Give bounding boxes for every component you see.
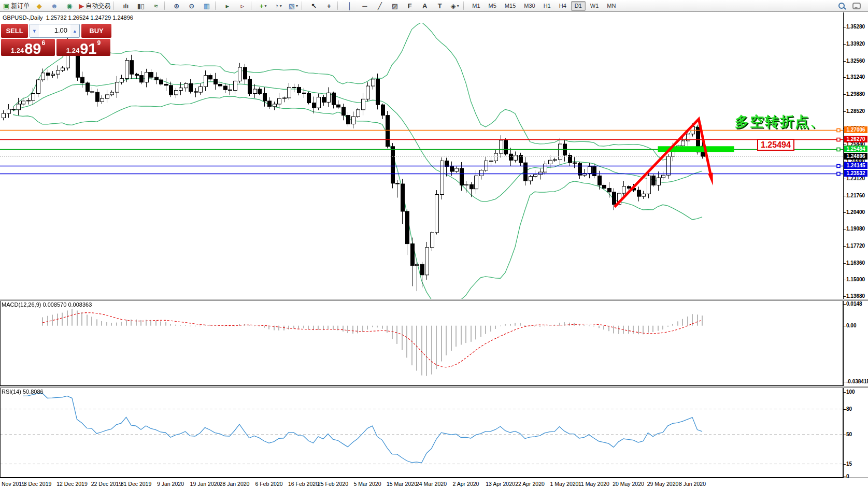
date-label: 31 Dec 2019 bbox=[121, 481, 152, 487]
panel-splitter[interactable] bbox=[0, 386, 868, 388]
channel-button[interactable]: ▨ bbox=[388, 1, 402, 11]
zoom-out-button[interactable]: ⊖ bbox=[184, 1, 198, 11]
indicators-dropdown-button[interactable]: +▾ bbox=[256, 1, 270, 11]
one-click-trading-panel: SELL ▼ 1.00 ▲ BUY 1.24 89 6 1.24 91 9 bbox=[1, 24, 111, 56]
trendline-button[interactable]: ╱ bbox=[373, 1, 387, 11]
search-button[interactable] bbox=[834, 1, 848, 11]
label-button[interactable]: T bbox=[433, 1, 447, 11]
sell-button[interactable]: SELL bbox=[1, 24, 28, 38]
candlestick-chart-icon: ▮▯ bbox=[137, 3, 145, 9]
date-label: 3 Dec 2019 bbox=[24, 481, 52, 487]
zoom-out-icon: ⊖ bbox=[189, 3, 194, 9]
toolbar-button-label: 自动交易 bbox=[86, 2, 110, 10]
cursor-icon: ↖ bbox=[311, 3, 317, 9]
text-button[interactable]: A bbox=[418, 1, 432, 11]
volume-input[interactable]: 1.00 bbox=[39, 24, 70, 37]
axis-tick-mark bbox=[844, 246, 846, 247]
price-chart-canvas[interactable] bbox=[0, 23, 843, 299]
price-level-tag[interactable]: 1.25494 bbox=[844, 146, 867, 152]
price-level-tag[interactable]: 1.23532 bbox=[844, 170, 867, 177]
search-icon bbox=[838, 3, 845, 9]
price-level-tag[interactable]: 1.24896 bbox=[844, 153, 867, 160]
line-chart-button[interactable]: ≈ bbox=[149, 1, 163, 11]
vertical-line-icon: │ bbox=[348, 3, 352, 9]
timeframe-button-m5[interactable]: M5 bbox=[485, 1, 500, 11]
label-icon: T bbox=[438, 3, 442, 9]
chart-ohlc-values: 1.25732 1.26524 1.24729 1.24896 bbox=[46, 15, 133, 21]
periods-dropdown-button[interactable]: ◔▾ bbox=[271, 1, 285, 11]
timeframe-button-m15[interactable]: M15 bbox=[501, 1, 519, 11]
date-axis[interactable]: Nov 20193 Dec 201912 Dec 201922 Dec 2019… bbox=[0, 478, 868, 489]
date-label: 2 Apr 2020 bbox=[453, 481, 479, 487]
autotrading-button[interactable]: ▶自动交易 bbox=[77, 1, 112, 11]
date-label: 12 Dec 2019 bbox=[56, 481, 88, 487]
timeframe-button-mn[interactable]: MN bbox=[603, 1, 619, 11]
axis-tick-mark bbox=[844, 196, 846, 196]
sell-price-button[interactable]: 1.24 89 6 bbox=[1, 39, 55, 56]
date-label: 16 Feb 2020 bbox=[288, 481, 319, 487]
buy-button[interactable]: BUY bbox=[81, 24, 111, 38]
history-center-button[interactable]: ◆ bbox=[32, 1, 46, 11]
auto-scroll-button[interactable]: ▸ bbox=[220, 1, 234, 11]
profile-button[interactable]: ☻ bbox=[47, 1, 61, 11]
price-level-tag[interactable]: 1.26270 bbox=[844, 136, 867, 142]
timeframe-button-h4[interactable]: H4 bbox=[556, 1, 570, 11]
template-dropdown-button[interactable]: ▧▾ bbox=[286, 1, 300, 11]
axis-tick-mark bbox=[844, 263, 846, 264]
fibonacci-button[interactable]: F bbox=[403, 1, 417, 11]
buy-price-button[interactable]: 1.24 91 9 bbox=[56, 39, 110, 56]
cursor-button[interactable]: ↖ bbox=[307, 1, 321, 11]
horizontal-line-button[interactable]: ─ bbox=[358, 1, 372, 11]
news-signal-button[interactable]: ◉ bbox=[62, 1, 76, 11]
axis-tick-mark bbox=[844, 464, 846, 465]
timeframe-button-m1[interactable]: M1 bbox=[468, 1, 483, 11]
dropdown-caret-icon: ▾ bbox=[296, 4, 298, 8]
indicators-dropdown-icon: + bbox=[260, 3, 264, 9]
timeframe-button-h1[interactable]: H1 bbox=[540, 1, 554, 11]
tile-windows-button[interactable]: ▦ bbox=[200, 1, 214, 11]
dropdown-caret-icon: ▾ bbox=[457, 4, 459, 8]
price-level-tag[interactable]: 1.27006 bbox=[844, 126, 867, 133]
vertical-line-button[interactable]: │ bbox=[343, 1, 357, 11]
price-callout-label[interactable]: 1.25494 bbox=[757, 139, 794, 151]
crosshair-button[interactable]: + bbox=[322, 1, 336, 11]
axis-tick-label: 80 bbox=[846, 406, 852, 412]
date-label: 13 Apr 2020 bbox=[486, 481, 515, 487]
candlestick-chart-button[interactable]: ▮▯ bbox=[134, 1, 148, 11]
rsi-indicator-canvas[interactable] bbox=[0, 387, 843, 478]
price-level-tag[interactable]: 1.24145 bbox=[844, 162, 867, 169]
panel-splitter[interactable] bbox=[0, 299, 868, 301]
axis-tick-label: 1.16360 bbox=[846, 260, 865, 266]
toolbar-separator bbox=[113, 2, 116, 10]
axis-tick-mark bbox=[844, 304, 846, 305]
shapes-dropdown-button[interactable]: ◈▾ bbox=[448, 1, 462, 11]
line-chart-icon: ≈ bbox=[154, 3, 158, 9]
new-order-button[interactable]: ▣新订单 bbox=[2, 1, 31, 11]
zoom-in-button[interactable]: ⊕ bbox=[169, 1, 183, 11]
date-label: 1 May 2020 bbox=[550, 481, 579, 487]
buy-price-prefix: 1.24 bbox=[66, 47, 79, 54]
date-label: 25 Feb 2020 bbox=[318, 481, 348, 487]
axis-tick-label: 0.00 bbox=[846, 323, 856, 328]
chart-shift-button[interactable]: ▹ bbox=[235, 1, 249, 11]
timeframe-button-m30[interactable]: M30 bbox=[520, 1, 538, 11]
text-icon: A bbox=[422, 3, 427, 9]
axis-tick-label: 1.17720 bbox=[846, 243, 865, 249]
date-label: 20 May 2020 bbox=[613, 481, 644, 487]
sell-price-big: 89 bbox=[24, 42, 41, 55]
bar-chart-button[interactable]: ılı bbox=[119, 1, 133, 11]
axis-tick-label: 0.0148 bbox=[846, 301, 862, 307]
volume-stepper: ▼ 1.00 ▲ bbox=[30, 24, 80, 38]
volume-decrease-button[interactable]: ▼ bbox=[30, 24, 39, 37]
timeframe-button-d1[interactable]: D1 bbox=[571, 1, 586, 11]
macd-indicator-canvas[interactable] bbox=[0, 300, 843, 386]
axis-tick-label: 1.33920 bbox=[846, 41, 865, 47]
chat-icon bbox=[852, 3, 861, 9]
axis-tick-label: -0.038415 bbox=[846, 379, 868, 384]
axis-tick-mark bbox=[844, 382, 846, 382]
volume-increase-button[interactable]: ▲ bbox=[70, 24, 79, 37]
chat-button[interactable] bbox=[849, 1, 863, 11]
price-axis[interactable]: 1.352801.339201.325601.312401.298801.285… bbox=[844, 12, 868, 478]
date-label: 5 Mar 2020 bbox=[353, 481, 381, 487]
timeframe-button-w1[interactable]: W1 bbox=[587, 1, 603, 11]
